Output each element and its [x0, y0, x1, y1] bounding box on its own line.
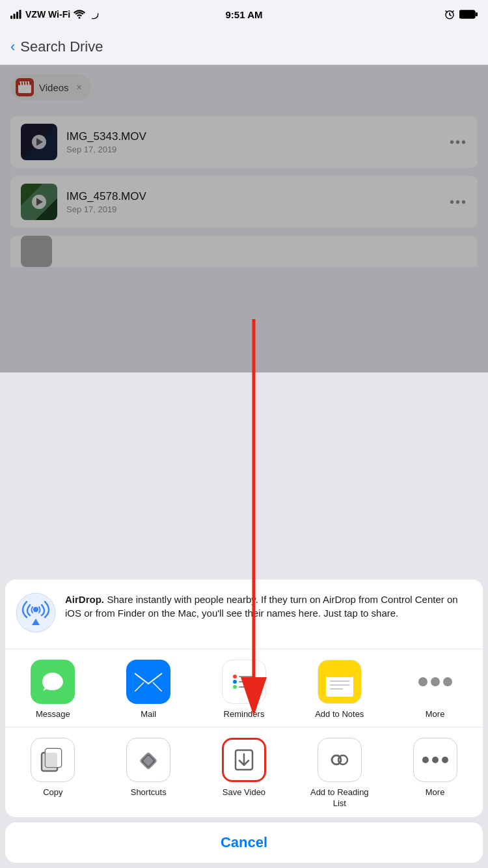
status-left: VZW Wi-Fi	[10, 9, 99, 20]
mail-label: Mail	[141, 709, 156, 719]
reading-list-label: Add to Reading List	[304, 787, 375, 809]
status-time: 9:51 AM	[226, 9, 263, 20]
more-actions-dots	[422, 757, 448, 763]
copy-icon	[40, 748, 65, 772]
airdrop-body: Share instantly with people nearby. If t…	[65, 594, 458, 619]
status-right	[444, 8, 478, 20]
airdrop-icon	[16, 593, 56, 633]
airdrop-section: AirDrop. Share instantly with people nea…	[5, 580, 483, 649]
shortcuts-icon-box	[126, 738, 170, 782]
reading-list-icon	[327, 748, 352, 772]
svg-point-22	[233, 680, 237, 684]
svg-rect-20	[135, 672, 162, 692]
shortcuts-label: Shortcuts	[131, 787, 167, 798]
action-row: Copy Shortcuts	[5, 727, 483, 817]
svg-point-18	[16, 593, 55, 632]
svg-rect-6	[459, 10, 475, 18]
airdrop-description: AirDrop. Share instantly with people nea…	[65, 593, 472, 620]
app-item-mail[interactable]: Mail	[113, 660, 184, 719]
page-title: Search Drive	[20, 38, 103, 55]
svg-point-21	[233, 675, 237, 679]
svg-rect-3	[20, 10, 21, 19]
mail-envelope-icon	[135, 672, 162, 692]
battery-icon	[459, 10, 478, 19]
svg-rect-35	[42, 753, 57, 771]
carrier-label: VZW Wi-Fi	[25, 9, 70, 20]
status-bar: VZW Wi-Fi 9:51 AM	[0, 0, 488, 29]
message-icon	[31, 660, 75, 704]
more-actions-icon-box	[413, 738, 457, 782]
svg-rect-2	[16, 12, 18, 19]
reminders-icon	[222, 660, 266, 704]
back-button[interactable]: ‹	[10, 38, 15, 55]
app-item-message[interactable]: Message	[17, 660, 88, 719]
action-item-save-video[interactable]: Save Video	[208, 738, 280, 798]
svg-point-23	[233, 685, 237, 689]
app-row: Message Mail	[5, 649, 483, 727]
action-item-shortcuts[interactable]: Shortcuts	[113, 738, 184, 798]
action-item-copy[interactable]: Copy	[17, 738, 88, 798]
content-area: Videos × IMG_5343.MOV Sep 17, 2019 •••	[0, 65, 488, 372]
alarm-icon	[444, 8, 455, 20]
signal-icon	[10, 10, 22, 19]
notes-label: Add to Notes	[315, 709, 364, 719]
shortcuts-icon	[136, 748, 161, 772]
more-actions-label: More	[426, 787, 445, 798]
cancel-label: Cancel	[221, 834, 267, 851]
copy-icon-box	[31, 738, 75, 782]
app-item-notes[interactable]: Add to Notes	[304, 660, 375, 719]
mail-icon	[126, 660, 170, 704]
more-apps-label: More	[426, 709, 445, 719]
overlay	[0, 65, 488, 372]
loading-icon	[88, 9, 99, 20]
notes-icon	[318, 660, 362, 704]
reading-list-icon-box	[318, 738, 362, 782]
wifi-icon	[74, 10, 85, 19]
nav-bar: ‹ Search Drive	[0, 29, 488, 65]
more-apps-icon	[413, 660, 457, 704]
airdrop-icon-wrap	[16, 593, 56, 636]
svg-point-4	[89, 10, 98, 18]
copy-label: Copy	[43, 787, 62, 798]
airdrop-title: AirDrop.	[65, 594, 104, 605]
share-panel: AirDrop. Share instantly with people nea…	[5, 580, 483, 817]
save-video-icon-box	[222, 738, 266, 782]
action-item-more[interactable]: More	[400, 738, 471, 798]
message-bubble-icon	[40, 669, 66, 695]
svg-rect-1	[14, 14, 16, 19]
share-sheet: AirDrop. Share instantly with people nea…	[0, 580, 488, 868]
svg-rect-7	[476, 12, 478, 16]
message-label: Message	[36, 709, 70, 719]
svg-rect-0	[10, 16, 12, 19]
save-video-label: Save Video	[223, 787, 265, 798]
reminders-label: Reminders	[224, 709, 265, 719]
app-item-reminders[interactable]: Reminders	[208, 660, 280, 719]
svg-point-43	[332, 755, 341, 764]
svg-rect-28	[326, 668, 353, 677]
cancel-button[interactable]: Cancel	[5, 822, 483, 863]
app-item-more[interactable]: More	[400, 660, 471, 719]
action-item-reading-list[interactable]: Add to Reading List	[304, 738, 375, 809]
save-video-icon	[232, 748, 256, 772]
reminders-svg-icon	[228, 666, 260, 697]
svg-point-19	[33, 607, 38, 612]
notes-svg-icon	[323, 665, 356, 698]
